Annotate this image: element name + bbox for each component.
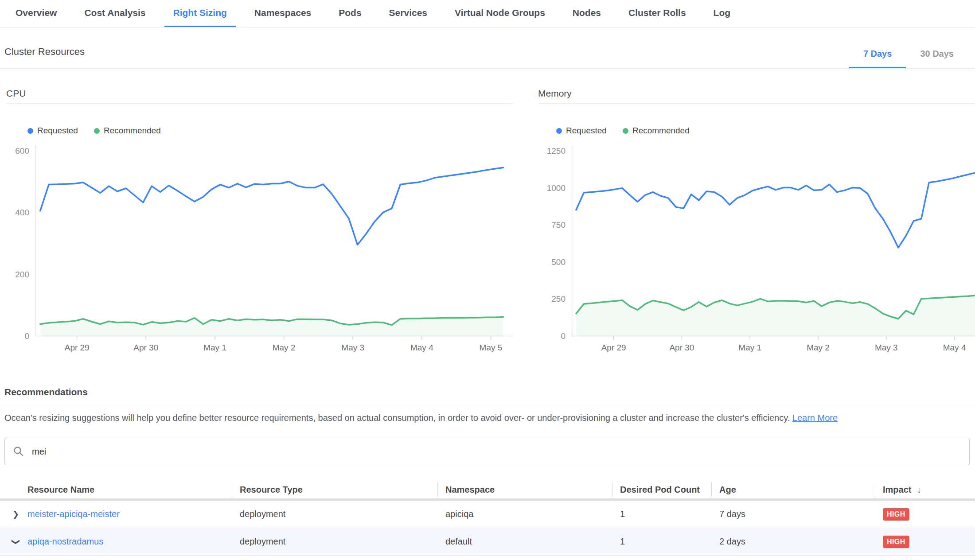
column-header-resource-type[interactable]: Resource Type	[232, 481, 437, 498]
tab-cost-analysis[interactable]: Cost Analysis	[75, 0, 154, 27]
resource-name-link[interactable]: meister-apiciqa-meister	[27, 509, 120, 519]
resource-type-cell: deployment	[232, 537, 437, 547]
recommendations-description: Ocean's resizing suggestions will help y…	[4, 413, 971, 423]
namespace-cell: default	[437, 537, 612, 547]
impact-cell: HIGH	[875, 536, 975, 548]
table-header-row: Resource NameResource TypeNamespaceDesir…	[0, 481, 975, 501]
svg-text:500: 500	[551, 257, 566, 267]
table-row: ❯meister-apiciqa-meisterdeploymentapiciq…	[0, 501, 975, 528]
column-label: Desired Pod Count	[620, 485, 700, 495]
svg-text:600: 600	[15, 146, 29, 156]
column-header-namespace[interactable]: Namespace	[437, 481, 612, 498]
search-box	[4, 438, 970, 465]
recommendations-header: Recommendations	[0, 378, 975, 406]
legend-label: Recommended	[632, 126, 690, 136]
legend-item-requested: Requested	[27, 126, 78, 136]
recommendations-title: Recommendations	[4, 387, 88, 397]
recommendations-description-text: Ocean's resizing suggestions will help y…	[4, 413, 792, 423]
svg-text:750: 750	[551, 220, 566, 229]
svg-text:Apr 29: Apr 29	[65, 343, 90, 352]
table-row: ❯apiqa-nostradamusdeploymentdefault12 da…	[0, 528, 975, 556]
chart-title-cpu: CPU	[6, 88, 513, 104]
chart-panel-cpu: CPURequestedRecommended6004002000Apr 29A…	[6, 69, 513, 360]
svg-text:May 1: May 1	[203, 343, 226, 352]
svg-text:May 2: May 2	[807, 343, 830, 352]
range-tabs: 7 Days30 Days	[849, 27, 968, 68]
column-label: Age	[719, 485, 736, 495]
svg-text:Apr 29: Apr 29	[601, 343, 626, 352]
tab-virtual-node-groups[interactable]: Virtual Node Groups	[446, 0, 554, 27]
column-label: Namespace	[445, 485, 495, 495]
tab-overview[interactable]: Overview	[7, 0, 66, 27]
learn-more-link[interactable]: Learn More	[792, 413, 838, 423]
age-cell: 2 days	[711, 537, 875, 547]
tab-cluster-rolls[interactable]: Cluster Rolls	[620, 0, 695, 27]
column-header-resource-name[interactable]: Resource Name	[0, 481, 232, 498]
tab-right-sizing[interactable]: Right Sizing	[164, 0, 236, 27]
svg-text:1250: 1250	[547, 146, 566, 156]
legend-item-requested: Requested	[556, 126, 607, 136]
svg-text:0: 0	[24, 331, 29, 341]
search-icon	[13, 446, 24, 457]
cluster-resources-title: Cluster Resources	[4, 46, 85, 68]
svg-text:May 4: May 4	[943, 343, 966, 352]
legend-label: Requested	[566, 126, 607, 136]
chart-panel-memory: MemoryRequestedRecommended12501000750500…	[538, 69, 975, 360]
range-tab-30-days[interactable]: 30 Days	[906, 27, 968, 68]
column-header-age[interactable]: Age	[711, 481, 875, 498]
tab-pods[interactable]: Pods	[330, 0, 370, 27]
chart-svg-memory: 125010007505002500Apr 29Apr 30May 1May 2…	[538, 139, 975, 360]
chart-legend-cpu: RequestedRecommended	[27, 126, 513, 136]
column-header-desired-pod-count[interactable]: Desired Pod Count	[612, 481, 711, 498]
requested-dot-icon	[556, 128, 562, 134]
svg-text:Apr 30: Apr 30	[669, 343, 694, 352]
tab-services[interactable]: Services	[380, 0, 436, 27]
chevron-down-icon[interactable]: ❯	[12, 538, 20, 545]
cluster-resources-header: Cluster Resources 7 Days30 Days	[0, 27, 975, 69]
charts-row: CPURequestedRecommended6004002000Apr 29A…	[0, 69, 975, 361]
column-label: Resource Type	[240, 485, 303, 495]
svg-text:200: 200	[15, 270, 29, 279]
impact-badge: HIGH	[883, 536, 909, 548]
svg-text:May 3: May 3	[341, 343, 364, 352]
legend-item-recommended: Recommended	[623, 126, 690, 136]
desired-pod-count-cell: 1	[612, 537, 711, 547]
svg-text:Apr 30: Apr 30	[133, 343, 158, 352]
legend-item-recommended: Recommended	[94, 126, 161, 136]
sort-arrow-down-icon[interactable]: ↓	[916, 485, 921, 495]
table-body: ❯meister-apiciqa-meisterdeploymentapiciq…	[0, 501, 975, 556]
range-tab-7-days[interactable]: 7 Days	[849, 27, 906, 68]
svg-text:250: 250	[551, 294, 566, 303]
recommendations-table: Resource NameResource TypeNamespaceDesir…	[0, 481, 975, 556]
tab-namespaces[interactable]: Namespaces	[246, 0, 320, 27]
svg-text:May 1: May 1	[738, 343, 761, 352]
chevron-right-icon[interactable]: ❯	[12, 510, 19, 518]
resource-name-link[interactable]: apiqa-nostradamus	[27, 537, 103, 546]
column-header-impact[interactable]: Impact↓	[875, 481, 975, 498]
tab-nodes[interactable]: Nodes	[564, 0, 610, 27]
resource-name-cell: ❯apiqa-nostradamus	[0, 537, 232, 547]
age-cell: 7 days	[711, 509, 875, 519]
svg-text:400: 400	[15, 208, 29, 217]
resource-type-cell: deployment	[232, 509, 437, 519]
legend-label: Requested	[37, 126, 78, 136]
svg-text:May 2: May 2	[273, 343, 296, 352]
requested-dot-icon	[27, 128, 33, 134]
svg-text:May 3: May 3	[875, 343, 898, 352]
impact-badge: HIGH	[883, 508, 909, 521]
svg-text:May 4: May 4	[410, 343, 433, 352]
namespace-cell: apiciqa	[437, 509, 612, 519]
svg-text:0: 0	[561, 331, 566, 341]
search-input[interactable]	[31, 446, 961, 457]
svg-text:1000: 1000	[547, 183, 566, 193]
chart-legend-memory: RequestedRecommended	[556, 126, 975, 136]
column-label: Impact	[883, 485, 911, 495]
impact-cell: HIGH	[875, 508, 975, 521]
svg-text:May 5: May 5	[480, 343, 503, 352]
recommended-dot-icon	[94, 128, 100, 134]
chart-title-memory: Memory	[538, 88, 975, 104]
resource-name-cell: ❯meister-apiciqa-meister	[0, 509, 232, 519]
tab-log[interactable]: Log	[705, 0, 739, 27]
recommended-dot-icon	[623, 128, 628, 134]
top-nav: OverviewCost AnalysisRight SizingNamespa…	[0, 0, 975, 27]
